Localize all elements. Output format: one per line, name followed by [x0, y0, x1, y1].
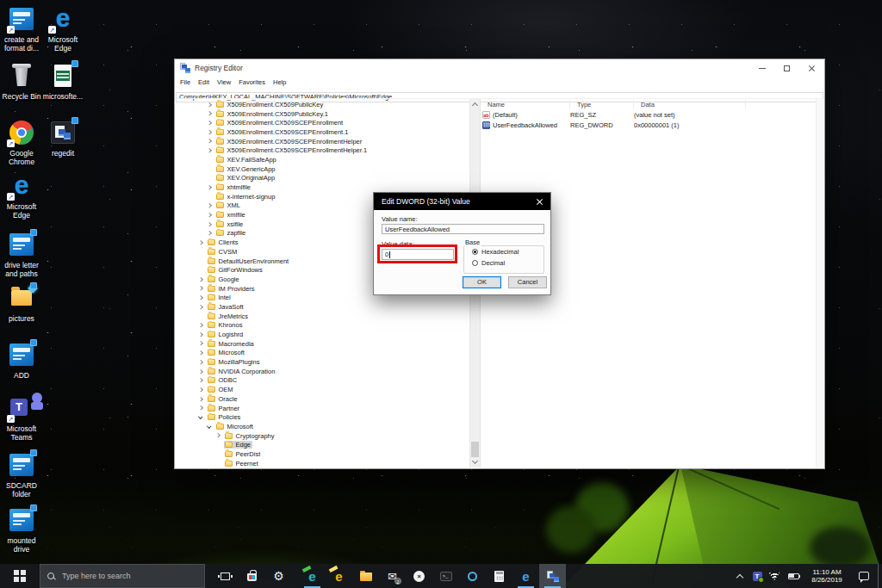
chevron-right-icon[interactable]	[207, 222, 211, 226]
scroll-up-icon[interactable]	[472, 102, 478, 108]
chevron-right-icon[interactable]	[207, 112, 211, 116]
radio-hexadecimal[interactable]: Hexadecimal	[472, 248, 519, 256]
tree-item-edge[interactable]: Edge	[175, 440, 469, 449]
show-desktop-button[interactable]	[878, 564, 882, 588]
chevron-down-icon[interactable]	[207, 424, 211, 428]
desktop-icon-win-app[interactable]: ↗create andformat di...	[0, 5, 43, 53]
tree-item-peerdist[interactable]: PeerDist	[175, 449, 469, 459]
tree-item-xev-genericapp[interactable]: XEV.GenericApp	[175, 164, 469, 174]
tree-item-x509enrollment-cx509scepenrollmenthelper[interactable]: X509Enrollment.CX509SCEPEnrollmentHelper	[175, 137, 469, 146]
taskbar-app-edge[interactable]: e	[512, 564, 539, 588]
chevron-right-icon[interactable]	[207, 231, 211, 235]
chevron-right-icon[interactable]	[198, 305, 202, 309]
chevron-down-icon[interactable]	[198, 414, 202, 418]
tree-item-x509enrollment-cx509scepenrollmenthelper-1[interactable]: X509Enrollment.CX509SCEPEnrollmentHelper…	[175, 145, 469, 155]
tree-item-macromedia[interactable]: Macromedia	[175, 339, 469, 349]
search-input[interactable]	[62, 572, 191, 580]
taskbar-app-edge-dev[interactable]: e	[299, 564, 326, 588]
tree-item-policies[interactable]: Policies	[175, 412, 469, 422]
tree-item-partner[interactable]: Partner	[175, 404, 469, 413]
chevron-right-icon[interactable]	[198, 360, 202, 364]
column-header-data[interactable]: Data	[634, 100, 746, 109]
tree-item-nvidia-corporation[interactable]: NVIDIA Corporation	[175, 367, 469, 376]
menu-item-file[interactable]: File	[180, 78, 190, 86]
action-center-button[interactable]	[850, 564, 878, 588]
tree-item-microsoft[interactable]: Microsoft	[175, 422, 469, 431]
taskbar-app-xbox[interactable]: ×	[406, 564, 432, 588]
chevron-right-icon[interactable]	[198, 397, 202, 401]
menu-item-favorites[interactable]: Favorites	[239, 78, 265, 86]
desktop-icon-edge[interactable]: e↗MicrosoftEdge	[0, 172, 43, 220]
tree-item-x509enrollment-cx509scepenrollment-1[interactable]: X509Enrollment.CX509SCEPEnrollment.1	[175, 127, 469, 137]
battery-tray-icon[interactable]	[783, 564, 804, 588]
taskbar-app-command-prompt[interactable]: >_	[432, 564, 459, 588]
chevron-right-icon[interactable]	[207, 130, 211, 134]
teams-tray-icon[interactable]: T	[748, 564, 766, 588]
tree-item-x509enrollment-cx509publickey[interactable]: X509Enrollment.CX509PublicKey	[175, 100, 469, 109]
chevron-right-icon[interactable]	[215, 434, 220, 438]
desktop-icon-recycle-bin[interactable]: Recycle Bin	[0, 62, 43, 101]
taskbar-clock[interactable]: 11:10 AM 8/26/2019	[804, 564, 850, 588]
tree-item-xhtmlfile[interactable]: xhtmlfile	[175, 183, 469, 192]
desktop-icon-excel-doc[interactable]: microsofte...	[41, 62, 84, 101]
chevron-right-icon[interactable]	[198, 332, 202, 337]
taskbar-app-file-explorer[interactable]	[352, 564, 379, 588]
tree-item-x509enrollment-cx509publickey-1[interactable]: X509Enrollment.CX509PublicKey.1	[175, 109, 469, 119]
chevron-right-icon[interactable]	[198, 406, 202, 411]
desktop-icon-chrome[interactable]: ↗GoogleChrome	[0, 119, 43, 166]
value-row-userfeedbackallowed[interactable]: 110UserFeedbackAllowedREG_DWORD0x0000000…	[481, 121, 824, 131]
chevron-right-icon[interactable]	[198, 342, 202, 346]
close-button[interactable]	[799, 59, 824, 77]
chevron-right-icon[interactable]	[198, 369, 202, 374]
cancel-button[interactable]: Cancel	[508, 276, 547, 288]
ok-button[interactable]: OK	[463, 276, 501, 288]
menu-item-edit[interactable]: Edit	[198, 78, 209, 86]
window-titlebar[interactable]: Registry Editor	[175, 59, 824, 77]
scroll-down-icon[interactable]	[472, 458, 478, 464]
desktop-icon-win-app[interactable]: drive letterand paths	[0, 231, 43, 278]
chevron-right-icon[interactable]	[198, 277, 202, 282]
chevron-right-icon[interactable]	[207, 139, 211, 144]
value-row--default-[interactable]: ab(Default)REG_SZ(value not set)	[481, 110, 824, 121]
maximize-button[interactable]	[774, 59, 799, 77]
chevron-right-icon[interactable]	[198, 295, 202, 300]
tree-item-logishrd[interactable]: Logishrd	[175, 330, 469, 339]
radio-decimal[interactable]: Decimal	[472, 259, 505, 267]
scrollbar-thumb[interactable]	[471, 442, 479, 457]
tree-item-peernet[interactable]: Peernet	[175, 459, 469, 467]
tree-item-x509enrollment-cx509scepenrollment[interactable]: X509Enrollment.CX509SCEPEnrollment	[175, 118, 469, 127]
desktop-icon-regedit[interactable]: regedit	[41, 119, 84, 158]
chevron-right-icon[interactable]	[207, 203, 211, 207]
value-name-field[interactable]	[382, 224, 544, 234]
desktop-icon-edge[interactable]: e↗MicrosoftEdge	[41, 5, 84, 53]
settings-button[interactable]: ⚙	[265, 564, 292, 588]
tree-item-khronos[interactable]: Khronos	[175, 321, 469, 331]
taskbar-app-edge-canary[interactable]: e	[326, 564, 352, 588]
chevron-right-icon[interactable]	[198, 287, 202, 291]
desktop-icon-win-app[interactable]: mounteddrive	[0, 506, 43, 554]
store-button[interactable]	[239, 564, 265, 588]
taskbar-app-registry-editor[interactable]	[539, 564, 566, 588]
column-header-type[interactable]: Type	[570, 100, 634, 109]
desktop-icon-win-app[interactable]: SDCARDfolder	[0, 451, 43, 498]
tree-item-xev-failsafeapp[interactable]: XEV.FailSafeApp	[175, 155, 469, 164]
menu-item-help[interactable]: Help	[273, 78, 286, 86]
chevron-right-icon[interactable]	[198, 387, 202, 392]
chevron-right-icon[interactable]	[207, 102, 211, 107]
radio-button-icon[interactable]	[472, 260, 478, 266]
chevron-right-icon[interactable]	[207, 121, 211, 125]
hidden-icons-button[interactable]	[731, 564, 748, 588]
wifi-tray-icon[interactable]	[766, 564, 783, 588]
desktop-icon-win-app[interactable]: ADD	[0, 341, 43, 380]
dialog-titlebar[interactable]: Edit DWORD (32-bit) Value	[374, 193, 550, 210]
chevron-right-icon[interactable]	[198, 240, 202, 244]
tree-item-javasoft[interactable]: JavaSoft	[175, 302, 469, 312]
tree-item-oracle[interactable]: Oracle	[175, 394, 469, 404]
tree-item-oem[interactable]: OEM	[175, 385, 469, 394]
tree-item-mozillaplugins[interactable]: MozillaPlugins	[175, 357, 469, 367]
tree-item-cryptography[interactable]: Cryptography	[175, 431, 469, 441]
tree-item-odbc[interactable]: ODBC	[175, 376, 469, 386]
desktop-icon-folder-pictures[interactable]: pictures	[0, 284, 43, 323]
list-scrollbar[interactable]	[816, 99, 824, 467]
taskbar-app-mail[interactable]: ✉2	[379, 564, 406, 588]
